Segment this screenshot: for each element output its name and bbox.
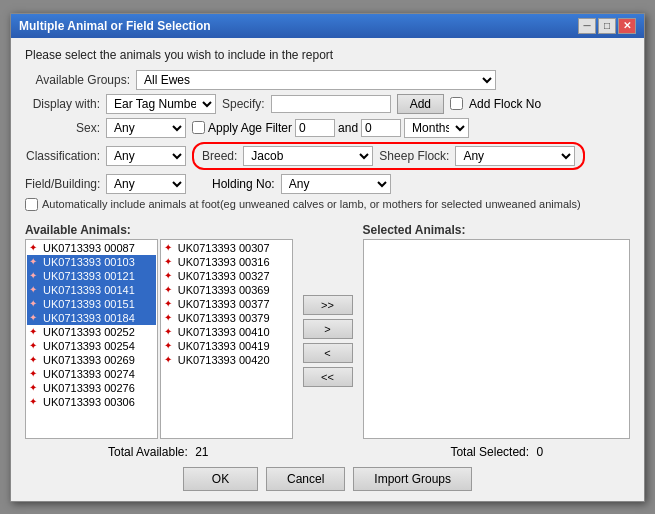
list-item[interactable]: ✦ UK0713393 00252 xyxy=(27,325,156,339)
list-item[interactable]: ✦ UK0713393 00103 xyxy=(27,255,156,269)
holding-select[interactable]: Any xyxy=(281,174,391,194)
add-flock-checkbox[interactable] xyxy=(450,97,463,110)
breed-select[interactable]: Jacob xyxy=(243,146,373,166)
animal-icon: ✦ xyxy=(29,256,41,267)
field-select[interactable]: Any xyxy=(106,174,186,194)
totals-row: Total Available: 21 Total Selected: 0 xyxy=(25,445,630,459)
selected-animals-label: Selected Animals: xyxy=(363,223,631,237)
window-title: Multiple Animal or Field Selection xyxy=(19,19,211,33)
months-select[interactable]: Months xyxy=(404,118,469,138)
selected-animals-list[interactable] xyxy=(363,239,631,439)
title-bar-buttons: ─ □ ✕ xyxy=(578,18,636,34)
list-item[interactable]: ✦ UK0713393 00420 xyxy=(162,353,291,367)
selected-animals-panel: Selected Animals: xyxy=(363,223,631,439)
animal-icon: ✦ xyxy=(164,326,176,337)
close-button[interactable]: ✕ xyxy=(618,18,636,34)
animal-icon: ✦ xyxy=(164,340,176,351)
list-item[interactable]: ✦ UK0713393 00121 xyxy=(27,269,156,283)
age-filter-section: Apply Age Filter and Months xyxy=(192,118,469,138)
available-animals-label: Available Animals: xyxy=(25,223,293,237)
age-input-2[interactable] xyxy=(361,119,401,137)
available-animals-list-2[interactable]: ✦ UK0713393 00307 ✦ UK0713393 00316 ✦ UK… xyxy=(160,239,293,439)
list-item[interactable]: ✦ UK0713393 00269 xyxy=(27,353,156,367)
animal-icon: ✦ xyxy=(29,354,41,365)
breed-section: Breed: Jacob Sheep Flock: Any xyxy=(192,142,585,170)
title-bar: Multiple Animal or Field Selection ─ □ ✕ xyxy=(11,14,644,38)
auto-include-label: Automatically include animals at foot(eg… xyxy=(42,198,581,210)
list-item[interactable]: ✦ UK0713393 00151 xyxy=(27,297,156,311)
available-groups-row: Available Groups: All Ewes xyxy=(25,70,630,90)
total-available-label: Total Available: xyxy=(108,445,188,459)
animal-icon: ✦ xyxy=(164,270,176,281)
list-item[interactable]: ✦ UK0713393 00274 xyxy=(27,367,156,381)
animal-icon: ✦ xyxy=(29,284,41,295)
age-filter-label: Apply Age Filter xyxy=(208,121,292,135)
specify-input[interactable] xyxy=(271,95,391,113)
list-item[interactable]: ✦ UK0713393 00306 xyxy=(27,395,156,409)
sex-label: Sex: xyxy=(25,121,100,135)
field-label: Field/Building: xyxy=(25,177,100,191)
dialog-window: Multiple Animal or Field Selection ─ □ ✕… xyxy=(10,13,645,502)
breed-label: Breed: xyxy=(202,149,237,163)
transfer-all-left-button[interactable]: << xyxy=(303,367,353,387)
age-filter-checkbox[interactable] xyxy=(192,121,205,134)
animal-icon: ✦ xyxy=(29,298,41,309)
list-item[interactable]: ✦ UK0713393 00087 xyxy=(27,241,156,255)
list-item[interactable]: ✦ UK0713393 00377 xyxy=(162,297,291,311)
specify-label: Specify: xyxy=(222,97,265,111)
total-selected-section: Total Selected: 0 xyxy=(364,445,631,459)
minimize-button[interactable]: ─ xyxy=(578,18,596,34)
available-groups-select[interactable]: All Ewes xyxy=(136,70,496,90)
display-with-row: Display with: Ear Tag Number Specify: Ad… xyxy=(25,94,630,114)
sex-select[interactable]: Any xyxy=(106,118,186,138)
list-item[interactable]: ✦ UK0713393 00379 xyxy=(162,311,291,325)
transfer-buttons: >> > < << xyxy=(299,243,357,439)
list-item[interactable]: ✦ UK0713393 00369 xyxy=(162,283,291,297)
animal-icon: ✦ xyxy=(164,284,176,295)
dialog-content: Please select the animals you wish to in… xyxy=(11,38,644,501)
form-area: Available Groups: All Ewes Display with:… xyxy=(25,70,630,217)
list-item[interactable]: ✦ UK0713393 00410 xyxy=(162,325,291,339)
transfer-all-right-button[interactable]: >> xyxy=(303,295,353,315)
sheep-flock-select[interactable]: Any xyxy=(455,146,575,166)
list-item[interactable]: ✦ UK0713393 00419 xyxy=(162,339,291,353)
list-item[interactable]: ✦ UK0713393 00307 xyxy=(162,241,291,255)
display-with-label: Display with: xyxy=(25,97,100,111)
ok-button[interactable]: OK xyxy=(183,467,258,491)
available-groups-label: Available Groups: xyxy=(25,73,130,87)
classification-row: Classification: Any Breed: Jacob Sheep F… xyxy=(25,142,630,170)
transfer-right-button[interactable]: > xyxy=(303,319,353,339)
available-animals-panel: Available Animals: ✦ UK0713393 00087 ✦ U… xyxy=(25,223,293,439)
available-animals-list[interactable]: ✦ UK0713393 00087 ✦ UK0713393 00103 ✦ UK… xyxy=(25,239,158,439)
maximize-button[interactable]: □ xyxy=(598,18,616,34)
total-selected-label: Total Selected: xyxy=(450,445,529,459)
display-with-select[interactable]: Ear Tag Number xyxy=(106,94,216,114)
total-available-value: 21 xyxy=(195,445,208,459)
add-button[interactable]: Add xyxy=(397,94,444,114)
auto-include-checkbox[interactable] xyxy=(25,198,38,211)
list-item[interactable]: ✦ UK0713393 00327 xyxy=(162,269,291,283)
list-item[interactable]: ✦ UK0713393 00254 xyxy=(27,339,156,353)
import-groups-button[interactable]: Import Groups xyxy=(353,467,472,491)
list-item[interactable]: ✦ UK0713393 00184 xyxy=(27,311,156,325)
list-item[interactable]: ✦ UK0713393 00316 xyxy=(162,255,291,269)
transfer-left-button[interactable]: < xyxy=(303,343,353,363)
animals-section: Available Animals: ✦ UK0713393 00087 ✦ U… xyxy=(25,223,630,439)
animal-icon: ✦ xyxy=(29,340,41,351)
bottom-buttons: OK Cancel Import Groups xyxy=(25,467,630,491)
holding-label: Holding No: xyxy=(212,177,275,191)
sheep-flock-label: Sheep Flock: xyxy=(379,149,449,163)
age-input-1[interactable] xyxy=(295,119,335,137)
animal-icon: ✦ xyxy=(164,354,176,365)
list-item[interactable]: ✦ UK0713393 00276 xyxy=(27,381,156,395)
cancel-button[interactable]: Cancel xyxy=(266,467,345,491)
animal-icon: ✦ xyxy=(29,382,41,393)
list-item[interactable]: ✦ UK0713393 00141 xyxy=(27,283,156,297)
instruction-text: Please select the animals you wish to in… xyxy=(25,48,630,62)
add-flock-label: Add Flock No xyxy=(469,97,541,111)
animal-icon: ✦ xyxy=(164,242,176,253)
classification-select[interactable]: Any xyxy=(106,146,186,166)
animal-icon: ✦ xyxy=(29,242,41,253)
animal-icon: ✦ xyxy=(29,270,41,281)
animal-icon: ✦ xyxy=(164,298,176,309)
